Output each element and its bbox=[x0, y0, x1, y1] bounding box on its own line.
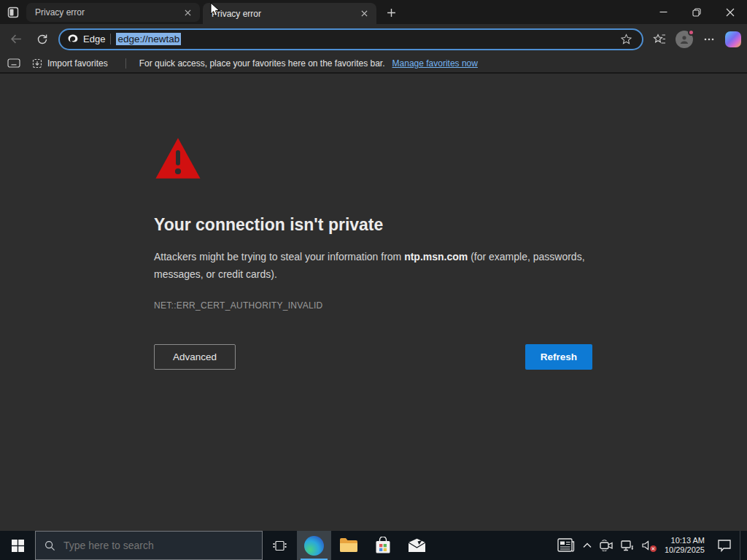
titlebar: Privacy error Privacy error bbox=[0, 0, 747, 24]
refresh-page-button[interactable]: Refresh bbox=[525, 344, 592, 370]
tab-actions-icon bbox=[7, 7, 19, 18]
task-view-button[interactable] bbox=[263, 531, 297, 560]
error-code: NET::ERR_CERT_AUTHORITY_INVALID bbox=[154, 300, 592, 311]
search-input[interactable] bbox=[62, 539, 230, 552]
network-icon bbox=[621, 540, 634, 551]
favorites-star-lines-icon bbox=[653, 33, 666, 46]
action-center-button[interactable] bbox=[717, 539, 732, 552]
volume-muted-badge: ✕ bbox=[650, 545, 657, 552]
minimize-icon bbox=[659, 8, 667, 16]
address-bar[interactable]: Edge edge://newtab bbox=[58, 28, 643, 50]
error-heading: Your connection isn't private bbox=[154, 215, 592, 235]
favorites-divider bbox=[125, 58, 126, 69]
window-controls bbox=[646, 0, 747, 24]
taskbar-mail-app[interactable] bbox=[400, 531, 434, 560]
minimize-button[interactable] bbox=[646, 0, 680, 24]
browser-tab-2[interactable]: Privacy error bbox=[203, 3, 376, 24]
warning-triangle-icon bbox=[154, 136, 202, 180]
browser-tab-1[interactable]: Privacy error bbox=[26, 3, 200, 22]
tab-title: Privacy error bbox=[35, 7, 181, 18]
url-text-selected[interactable]: edge://newtab bbox=[116, 33, 181, 45]
tab-title: Privacy error bbox=[212, 9, 357, 19]
copilot-icon[interactable] bbox=[725, 31, 741, 47]
news-widget-button[interactable] bbox=[557, 538, 575, 553]
taskbar-file-explorer-app[interactable] bbox=[331, 531, 365, 560]
navigation-toolbar: Edge edge://newtab bbox=[0, 24, 747, 54]
taskbar-store-app[interactable] bbox=[365, 531, 400, 560]
task-view-icon bbox=[273, 540, 287, 552]
show-hidden-icons-button[interactable] bbox=[583, 542, 592, 548]
edge-logo-icon bbox=[67, 34, 79, 45]
star-icon bbox=[621, 34, 632, 44]
favorites-bar-toggle-icon[interactable] bbox=[7, 58, 20, 68]
new-tab-button[interactable] bbox=[381, 3, 401, 22]
news-icon bbox=[557, 538, 575, 553]
plus-icon bbox=[387, 8, 396, 18]
file-explorer-icon bbox=[339, 537, 358, 553]
meet-now-button[interactable] bbox=[600, 540, 613, 551]
site-chip-label: Edge bbox=[83, 34, 105, 44]
manage-favorites-link[interactable]: Manage favorites now bbox=[392, 58, 478, 69]
clock-time: 10:13 AM bbox=[665, 536, 705, 545]
screen: { "browser": { "tabs": [ { "label": "Pri… bbox=[0, 0, 747, 560]
close-icon bbox=[726, 8, 735, 17]
windows-taskbar: ✕ 10:13 AM 10/29/2025 bbox=[0, 531, 747, 560]
windows-logo-icon bbox=[12, 540, 24, 552]
taskbar-edge-app[interactable] bbox=[297, 531, 331, 560]
profile-notification-badge bbox=[688, 29, 694, 36]
system-tray: ✕ 10:13 AM 10/29/2025 bbox=[557, 531, 747, 560]
ellipsis-icon bbox=[703, 34, 715, 45]
error-page: Your connection isn't private Attackers … bbox=[0, 74, 747, 531]
taskbar-search-box[interactable] bbox=[35, 531, 263, 560]
refresh-icon bbox=[36, 34, 48, 45]
mail-icon bbox=[408, 538, 426, 553]
notification-bubble-icon bbox=[717, 539, 732, 552]
profile-avatar[interactable] bbox=[676, 31, 693, 48]
volume-button[interactable]: ✕ bbox=[642, 540, 654, 551]
back-button[interactable] bbox=[6, 29, 26, 50]
error-actions: Advanced Refresh bbox=[154, 344, 592, 370]
search-icon bbox=[44, 540, 55, 551]
back-arrow-icon bbox=[10, 33, 23, 45]
error-description: Attackers might be trying to steal your … bbox=[154, 248, 592, 283]
microsoft-store-icon bbox=[375, 537, 391, 554]
clock-date: 10/29/2025 bbox=[665, 545, 705, 555]
import-favorites-button[interactable]: Import favorites bbox=[28, 57, 112, 70]
address-divider bbox=[110, 34, 111, 44]
favorites-bar: Import favorites For quick access, place… bbox=[0, 54, 747, 74]
network-button[interactable] bbox=[621, 540, 634, 551]
add-favorite-button[interactable] bbox=[616, 29, 636, 50]
tab-close-icon[interactable] bbox=[357, 7, 371, 20]
import-favorites-label: Import favorites bbox=[47, 58, 108, 69]
advanced-button[interactable]: Advanced bbox=[154, 344, 236, 370]
refresh-button[interactable] bbox=[32, 29, 53, 50]
tab-actions-menu-button[interactable] bbox=[0, 0, 26, 24]
chevron-up-icon bbox=[583, 542, 592, 548]
taskbar-clock[interactable]: 10:13 AM 10/29/2025 bbox=[665, 536, 705, 555]
restore-icon bbox=[692, 8, 701, 17]
person-icon bbox=[679, 34, 689, 44]
show-desktop-button[interactable] bbox=[740, 531, 746, 560]
error-domain: ntp.msn.com bbox=[404, 251, 468, 262]
restore-button[interactable] bbox=[680, 0, 713, 24]
tab-close-icon[interactable] bbox=[181, 6, 194, 19]
settings-menu-button[interactable] bbox=[699, 29, 719, 50]
import-favorites-icon bbox=[32, 58, 42, 69]
site-info-chip[interactable]: Edge bbox=[67, 34, 105, 45]
favorites-hint-text: For quick access, place your favorites h… bbox=[139, 58, 385, 69]
camera-icon bbox=[600, 540, 613, 551]
close-window-button[interactable] bbox=[713, 0, 747, 24]
favorites-list-button[interactable] bbox=[649, 29, 670, 50]
edge-app-icon bbox=[304, 536, 324, 556]
start-button[interactable] bbox=[0, 531, 35, 560]
